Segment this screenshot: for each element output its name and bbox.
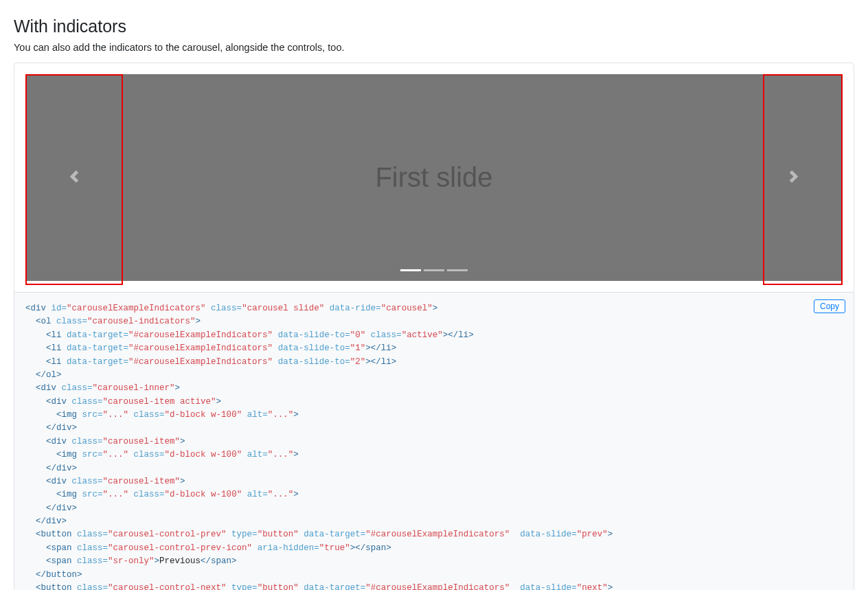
indicator-1[interactable]	[424, 269, 444, 271]
code-block: <div id="carouselExampleIndicators" clas…	[25, 302, 843, 590]
carousel-prev-button[interactable]: Previous	[25, 74, 123, 281]
section-heading: With indicators	[14, 16, 854, 36]
code-panel: Copy <div id="carouselExampleIndicators"…	[14, 293, 854, 590]
carousel-inner: First slide Second slide Third slide	[25, 74, 843, 281]
indicator-0[interactable]	[400, 269, 421, 271]
carousel-next-button[interactable]: Next	[745, 74, 843, 281]
chevron-right-icon	[788, 170, 800, 185]
section-description: You can also add the indicators to the c…	[14, 42, 854, 53]
carousel: First slide Second slide Third slide Pre…	[25, 74, 843, 281]
carousel-item: First slide	[25, 74, 843, 281]
carousel-indicators	[25, 269, 843, 271]
copy-button[interactable]: Copy	[814, 299, 845, 313]
indicator-2[interactable]	[447, 269, 468, 271]
chevron-left-icon	[68, 170, 80, 185]
slide-label: First slide	[375, 162, 492, 193]
example-panel: First slide Second slide Third slide Pre…	[14, 63, 854, 293]
